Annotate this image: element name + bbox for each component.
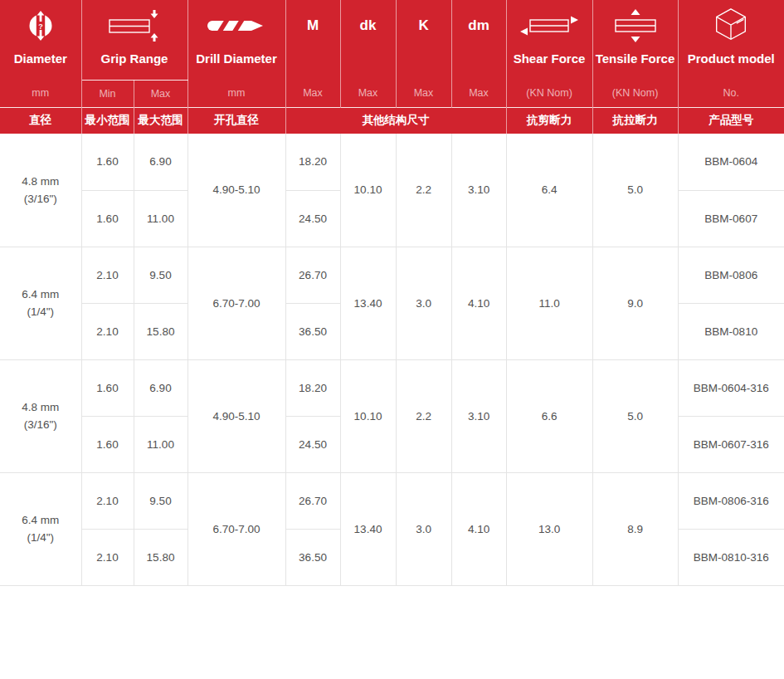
- header-product-sub: No.: [678, 80, 784, 107]
- cell-dk: 10.10: [340, 134, 396, 247]
- cell-diameter: 6.4 mm (1/4"): [0, 472, 81, 585]
- cell-shear: 6.4: [506, 134, 592, 247]
- cell-m: 18.20: [285, 134, 340, 190]
- header-k-sub: Max: [396, 80, 451, 107]
- cell-m: 36.50: [285, 529, 340, 585]
- cell-m: 24.50: [285, 190, 340, 247]
- cell-k: 3.0: [396, 247, 451, 359]
- tensile-force-icon: [593, 0, 678, 51]
- cell-dk: 10.10: [340, 359, 396, 472]
- cell-model: BBM-0806-316: [678, 472, 784, 529]
- header-tensile-force-label: Tensile Force: [593, 51, 678, 66]
- header-dm: dm: [451, 0, 506, 80]
- header-shear-force: Shear Force: [506, 0, 592, 80]
- header-grip-max-zh: 最大范围: [134, 107, 187, 134]
- header-shear-zh: 抗剪断力: [506, 107, 592, 134]
- table-row: 6.4 mm (1/4") 2.10 9.50 6.70-7.00 26.70 …: [0, 247, 784, 303]
- header-dk-label: dk: [341, 0, 396, 51]
- header-m: M: [285, 0, 340, 80]
- header-m-label: M: [286, 0, 340, 51]
- cell-model: BBM-0604: [678, 134, 784, 190]
- cell-k: 2.2: [396, 134, 451, 247]
- table-row: 4.8 mm (3/16") 1.60 6.90 4.90-5.10 18.20…: [0, 134, 784, 190]
- header-diameter-zh: 直径: [0, 107, 81, 134]
- header-k: K: [396, 0, 451, 80]
- diameter-icon: ?: [0, 0, 81, 51]
- header-diameter-unit: mm: [0, 80, 81, 107]
- table-body: 4.8 mm (3/16") 1.60 6.90 4.90-5.10 18.20…: [0, 134, 784, 585]
- cell-tensile: 8.9: [592, 472, 678, 585]
- cell-k: 3.0: [396, 472, 451, 585]
- cell-drill: 6.70-7.00: [187, 247, 285, 359]
- cell-dk: 13.40: [340, 472, 396, 585]
- header-row-chinese: 直径 最小范围 最大范围 开孔直径 其他结构尺寸 抗剪断力 抗拉断力 产品型号: [0, 107, 784, 134]
- cell-m: 18.20: [285, 359, 340, 416]
- header-shear-force-label: Shear Force: [507, 51, 592, 66]
- cell-dm: 3.10: [451, 134, 506, 247]
- cell-drill: 4.90-5.10: [187, 359, 285, 472]
- cell-grip-min: 1.60: [81, 190, 134, 247]
- header-k-label: K: [397, 0, 451, 51]
- grip-range-icon: [82, 0, 187, 51]
- cell-drill: 6.70-7.00: [187, 472, 285, 585]
- cell-dm: 4.10: [451, 472, 506, 585]
- product-box-icon: [679, 0, 784, 51]
- cell-grip-max: 11.00: [134, 190, 187, 247]
- cell-dk: 13.40: [340, 247, 396, 359]
- spec-sheet: ? Diameter Grip Range: [0, 0, 784, 679]
- header-dm-label: dm: [452, 0, 506, 51]
- header-diameter-label: Diameter: [0, 51, 81, 66]
- cell-grip-min: 2.10: [81, 303, 134, 359]
- cell-grip-max: 15.80: [134, 529, 187, 585]
- cell-grip-min: 1.60: [81, 416, 134, 472]
- cell-tensile: 5.0: [592, 134, 678, 247]
- cell-grip-max: 15.80: [134, 303, 187, 359]
- header-grip-range-label: Grip Range: [82, 51, 187, 66]
- header-grip-range: Grip Range: [81, 0, 187, 80]
- cell-k: 2.2: [396, 359, 451, 472]
- header-dk: dk: [340, 0, 396, 80]
- cell-model: BBM-0810: [678, 303, 784, 359]
- cell-grip-max: 9.50: [134, 247, 187, 303]
- svg-text:?: ?: [38, 22, 43, 31]
- cell-m: 26.70: [285, 472, 340, 529]
- cell-model: BBM-0604-316: [678, 359, 784, 416]
- cell-grip-min: 2.10: [81, 472, 134, 529]
- cell-tensile: 9.0: [592, 247, 678, 359]
- header-product-model: Product model: [678, 0, 784, 80]
- drill-bit-icon: [188, 0, 285, 51]
- header-drill-unit: mm: [187, 80, 285, 107]
- cell-grip-min: 1.60: [81, 134, 134, 190]
- cell-diameter: 6.4 mm (1/4"): [0, 247, 81, 359]
- header-dm-sub: Max: [451, 80, 506, 107]
- cell-model: BBM-0806: [678, 247, 784, 303]
- header-other-dims-zh: 其他结构尺寸: [285, 107, 506, 134]
- table-header: ? Diameter Grip Range: [0, 0, 784, 134]
- header-tensile-force: Tensile Force: [592, 0, 678, 80]
- cell-tensile: 5.0: [592, 359, 678, 472]
- header-tensile-zh: 抗拉断力: [592, 107, 678, 134]
- cell-grip-min: 2.10: [81, 247, 134, 303]
- header-product-model-label: Product model: [679, 51, 784, 66]
- header-diameter: ? Diameter: [0, 0, 81, 80]
- header-row-icons: ? Diameter Grip Range: [0, 0, 784, 80]
- header-shear-sub: (KN Nom): [506, 80, 592, 107]
- header-row-units: mm Min Max mm Max Max Max Max (KN Nom) (…: [0, 80, 784, 107]
- cell-grip-max: 11.00: [134, 416, 187, 472]
- cell-model: BBM-0810-316: [678, 529, 784, 585]
- cell-m: 36.50: [285, 303, 340, 359]
- header-grip-max: Max: [134, 80, 187, 107]
- header-grip-min: Min: [81, 80, 134, 107]
- cell-m: 26.70: [285, 247, 340, 303]
- header-tensile-sub: (KN Nom): [592, 80, 678, 107]
- table-row: 4.8 mm (3/16") 1.60 6.90 4.90-5.10 18.20…: [0, 359, 784, 416]
- header-product-zh: 产品型号: [678, 107, 784, 134]
- cell-dm: 3.10: [451, 359, 506, 472]
- header-drill-diameter-label: Drill Diameter: [188, 51, 285, 66]
- header-drill-diameter: Drill Diameter: [187, 0, 285, 80]
- cell-grip-min: 1.60: [81, 359, 134, 416]
- cell-shear: 6.6: [506, 359, 592, 472]
- table-row: 6.4 mm (1/4") 2.10 9.50 6.70-7.00 26.70 …: [0, 472, 784, 529]
- header-drill-zh: 开孔直径: [187, 107, 285, 134]
- shear-force-icon: [507, 0, 592, 51]
